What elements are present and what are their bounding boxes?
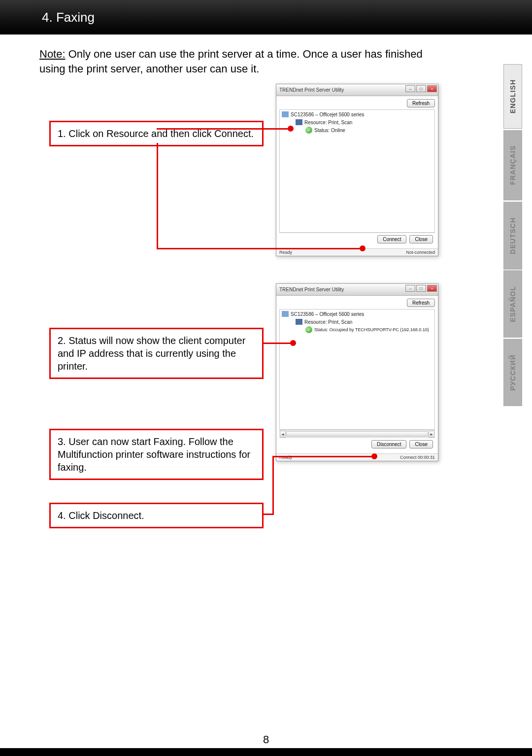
note-paragraph: Note: Only one user can use the print se… xyxy=(39,47,433,76)
maximize-button[interactable]: □ xyxy=(416,85,426,92)
footer-band xyxy=(0,748,532,756)
header-bar: 4. Faxing xyxy=(0,0,532,34)
connector-dot xyxy=(290,340,296,346)
maximize-button[interactable]: □ xyxy=(416,285,426,292)
refresh-button[interactable]: Refresh xyxy=(407,99,435,107)
device-icon xyxy=(282,311,289,317)
disconnect-button[interactable]: Disconnect xyxy=(371,440,406,448)
device-name: SC123586 – Officejet 5600 series xyxy=(291,112,364,117)
page-title: 4. Faxing xyxy=(42,10,95,25)
scroll-left-arrow[interactable]: ◄ xyxy=(280,431,286,438)
window-controls: – □ × xyxy=(405,285,437,292)
connector-line xyxy=(264,514,273,515)
minimize-button[interactable]: – xyxy=(405,285,415,292)
lang-tab-russian[interactable]: РУССКИЙ xyxy=(503,339,522,406)
lang-tab-english[interactable]: ENGLISH xyxy=(503,64,522,129)
horizontal-scrollbar[interactable]: ◄ ► xyxy=(279,430,435,438)
resource-text: Resource: Print, Scan xyxy=(304,120,352,125)
connector-line xyxy=(157,143,158,249)
print-server-window-2: TRENDnet Print Server Utility – □ × Refr… xyxy=(276,283,438,461)
step-number: 2. xyxy=(58,335,66,346)
lang-tab-espanol[interactable]: ESPAÑOL xyxy=(503,271,522,338)
printer-icon xyxy=(296,119,302,125)
close-button[interactable]: Close xyxy=(409,440,433,448)
callout-4: 4. Click Disconnect. xyxy=(49,503,264,528)
window-body: Refresh SC123586 – Officejet 5600 series… xyxy=(276,296,438,453)
window-title: TRENDnet Print Server Utility xyxy=(279,87,344,93)
step-number: 1. xyxy=(58,128,66,139)
connector-line xyxy=(264,343,293,344)
device-tree[interactable]: SC123586 – Officejet 5600 series Resourc… xyxy=(279,309,435,430)
connector-line xyxy=(157,248,363,249)
window-controls: – □ × xyxy=(405,85,437,92)
lang-tab-deutsch[interactable]: DEUTSCH xyxy=(503,202,522,270)
connector-dot xyxy=(360,245,366,251)
connector-dot xyxy=(371,453,377,459)
callout-3: 3. User can now start Faxing. Follow the… xyxy=(49,429,264,480)
minimize-button[interactable]: – xyxy=(405,85,415,92)
page-number: 8 xyxy=(0,733,532,746)
close-window-button[interactable]: × xyxy=(427,285,437,292)
check-icon: ✓ xyxy=(305,127,312,134)
connector-dot xyxy=(288,126,294,132)
check-icon: ✓ xyxy=(305,326,312,333)
device-name: SC123586 – Officejet 5600 series xyxy=(291,311,364,317)
language-tabs: ENGLISH FRANÇAIS DEUTSCH ESPAÑOL РУССКИЙ xyxy=(503,64,523,408)
refresh-button[interactable]: Refresh xyxy=(407,299,435,307)
scroll-thumb[interactable] xyxy=(286,431,428,437)
window-titlebar: TRENDnet Print Server Utility – □ × xyxy=(276,284,438,296)
printer-icon xyxy=(296,319,302,325)
status-text: Status: Occupied by TECHSUPPORTV-PC (192… xyxy=(314,327,429,332)
callout-2: 2. Status will now show the client compu… xyxy=(49,328,264,379)
window-body: Refresh SC123586 – Officejet 5600 series… xyxy=(276,96,438,248)
status-bar: Ready Not-connected xyxy=(276,248,438,256)
status-text: Status: Online xyxy=(314,128,345,133)
step-number: 3. xyxy=(58,436,66,447)
scroll-right-arrow[interactable]: ► xyxy=(429,431,434,438)
connect-button[interactable]: Connect xyxy=(377,235,406,243)
resource-text: Resource: Print, Scan xyxy=(304,319,352,325)
connector-line xyxy=(157,128,291,130)
close-window-button[interactable]: × xyxy=(427,85,437,92)
status-connection: Not-connected xyxy=(406,250,435,255)
note-text: Only one user can use the print server a… xyxy=(39,48,423,75)
lang-tab-francais[interactable]: FRANÇAIS xyxy=(503,130,522,200)
device-tree[interactable]: SC123586 – Officejet 5600 series Resourc… xyxy=(279,109,435,233)
close-button[interactable]: Close xyxy=(409,235,433,243)
window-titlebar: TRENDnet Print Server Utility – □ × xyxy=(276,84,438,96)
print-server-window-1: TRENDnet Print Server Utility – □ × Refr… xyxy=(276,84,438,256)
note-label: Note: xyxy=(39,48,66,60)
status-connection: Connect 00:00:31 xyxy=(400,455,435,460)
window-title: TRENDnet Print Server Utility xyxy=(279,287,344,292)
status-ready: Ready xyxy=(279,250,292,255)
device-icon xyxy=(282,111,289,117)
connector-line xyxy=(272,456,274,515)
connector-line xyxy=(272,456,374,457)
step-number: 4. xyxy=(58,510,66,521)
